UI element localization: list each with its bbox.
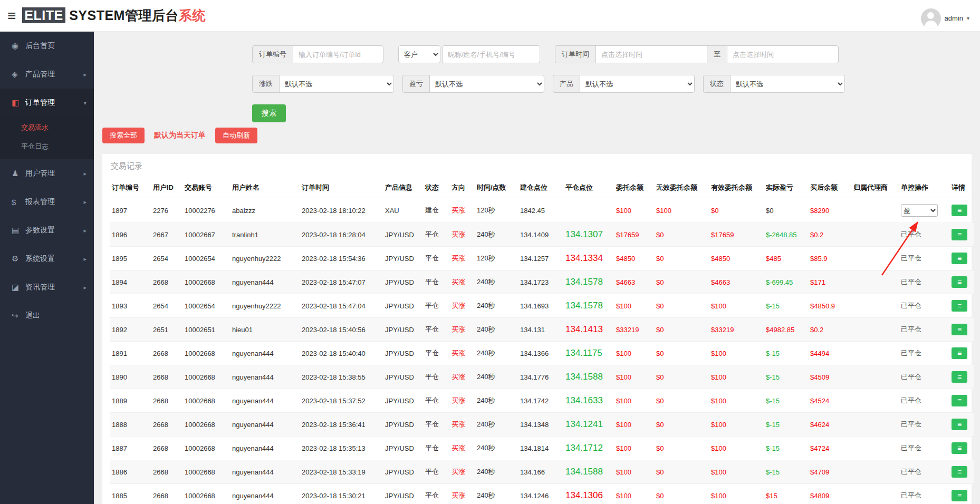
cell-time: 2023-02-18 15:30:21 — [300, 484, 383, 504]
cell-close_price: 134.1334 — [563, 247, 614, 270]
cell-profit: $-15 — [764, 389, 808, 413]
product-group: 产品 默认不选 — [553, 75, 695, 93]
cell-open_price: 134.166 — [518, 460, 563, 484]
cell-control: 已平仓 — [899, 484, 949, 504]
detail-button[interactable]: ≡ — [952, 253, 967, 264]
auto-refresh-button[interactable]: 自动刷新 — [215, 128, 257, 143]
cell-after_balance: $4809 — [808, 484, 851, 504]
profit-select[interactable]: 默认不选 — [429, 75, 544, 93]
time-to-input[interactable] — [727, 45, 839, 63]
cell-valid_entrust: $4663 — [709, 270, 764, 294]
product-select[interactable]: 默认不选 — [580, 75, 695, 93]
detail-button[interactable]: ≡ — [952, 205, 967, 216]
cell-time: 2023-02-18 15:40:40 — [300, 342, 383, 365]
cell-direction: 买涨 — [449, 365, 475, 389]
sidebar-item-orders[interactable]: ◧订单管理▾ — [0, 89, 94, 117]
table-row: 1892265110002651hieu012023-02-18 15:40:5… — [110, 318, 974, 342]
win-loss-select[interactable]: 盈 — [901, 204, 938, 217]
cell-control: 已平仓 — [899, 342, 949, 365]
cell-entrust: $4663 — [614, 270, 654, 294]
sidebar-item-news[interactable]: ◪资讯管理▸ — [0, 273, 94, 302]
cell-open_price: 134.1366 — [518, 342, 563, 365]
cell-order_no: 1892 — [110, 318, 151, 342]
sidebar-item-system[interactable]: ⚙系统设置▸ — [0, 245, 94, 273]
table-row: 1891266810002668nguyenan4442023-02-18 15… — [110, 342, 974, 365]
column-header: 无效委托余额 — [654, 178, 709, 198]
cell-entrust: $100 — [614, 365, 654, 389]
cell-order_no: 1891 — [110, 342, 151, 365]
detail-button[interactable]: ≡ — [952, 229, 967, 240]
cell-entrust: $17659 — [614, 223, 654, 247]
cell-agent — [851, 413, 899, 437]
sidebar-item-logout[interactable]: ↪退出 — [0, 302, 94, 330]
table-row: 1885266810002668nguyenan4442023-02-18 15… — [110, 484, 974, 504]
cell-order_no: 1888 — [110, 413, 151, 437]
customer-keyword-input[interactable] — [442, 45, 540, 63]
profit-label: 盈亏 — [402, 75, 430, 93]
sidebar-item-label: 系统设置 — [25, 254, 55, 264]
detail-button[interactable]: ≡ — [952, 490, 967, 501]
cell-order_no: 1889 — [110, 389, 151, 413]
cell-invalid_entrust: $0 — [654, 294, 709, 318]
customer-type-select[interactable]: 客户 — [398, 45, 440, 63]
cell-valid_entrust: $4850 — [709, 247, 764, 270]
cell-order_no: 1896 — [110, 223, 151, 247]
cell-account: 10002668 — [182, 460, 230, 484]
avatar[interactable] — [921, 8, 941, 28]
cell-after_balance: $4724 — [808, 437, 851, 460]
top-header: ≡ ELITE SYSTEM管理后台系统 admin ▾ — [0, 0, 980, 32]
detail-button[interactable]: ≡ — [952, 442, 967, 454]
closed-status-label: 已平仓 — [901, 468, 921, 476]
cell-user_id: 2654 — [151, 294, 182, 318]
sidebar-subitem-close-log[interactable]: 平仓日志 — [0, 137, 94, 156]
detail-button[interactable]: ≡ — [952, 347, 967, 359]
search-all-button[interactable]: 搜索全部 — [102, 128, 145, 143]
sidebar-item-reports[interactable]: $报表管理▸ — [0, 188, 94, 216]
cell-status: 平仓 — [423, 413, 449, 437]
cell-after_balance: $4524 — [808, 389, 851, 413]
params-icon: ▤ — [12, 226, 25, 235]
status-select[interactable]: 默认不选 — [730, 75, 845, 93]
detail-button[interactable]: ≡ — [952, 324, 967, 335]
cell-valid_entrust: $100 — [709, 484, 764, 504]
search-button[interactable]: 搜索 — [252, 104, 286, 122]
list-icon: ≡ — [957, 302, 962, 310]
detail-button[interactable]: ≡ — [952, 395, 967, 406]
cell-time: 2023-02-18 15:47:07 — [300, 270, 383, 294]
cell-order_no: 1895 — [110, 247, 151, 270]
time-from-input[interactable] — [595, 45, 707, 63]
cell-status: 平仓 — [423, 270, 449, 294]
cell-close_price: 134.1175 — [563, 342, 614, 365]
sidebar-subitem-trade-flow[interactable]: 交易流水 — [0, 118, 94, 137]
cell-detail: ≡ — [949, 318, 974, 342]
cell-valid_entrust: $100 — [709, 389, 764, 413]
updown-select[interactable]: 默认不选 — [279, 75, 394, 93]
detail-button[interactable]: ≡ — [952, 419, 967, 430]
cell-product: JPY/USD — [383, 460, 423, 484]
order-no-input[interactable] — [293, 45, 383, 63]
list-icon: ≡ — [957, 230, 962, 239]
username: admin — [945, 14, 963, 22]
cell-entrust: $100 — [614, 460, 654, 484]
sidebar-item-products[interactable]: ◈产品管理▸ — [0, 60, 94, 89]
sidebar-item-params[interactable]: ▤参数设置▸ — [0, 216, 94, 245]
column-header: 订单时间 — [300, 178, 383, 198]
cell-invalid_entrust: $0 — [654, 460, 709, 484]
detail-button[interactable]: ≡ — [952, 466, 967, 478]
cell-agent — [851, 389, 899, 413]
sidebar-item-users[interactable]: ♟用户管理▸ — [0, 159, 94, 188]
detail-button[interactable]: ≡ — [952, 300, 967, 312]
cell-open_price: 134.1246 — [518, 484, 563, 504]
detail-button[interactable]: ≡ — [952, 371, 967, 383]
cell-order_no: 1885 — [110, 484, 151, 504]
sidebar-item-home[interactable]: ◉后台首页 — [0, 32, 94, 60]
cell-invalid_entrust: $0 — [654, 365, 709, 389]
cell-status: 平仓 — [423, 342, 449, 365]
cell-name: hieu01 — [230, 318, 300, 342]
detail-button[interactable]: ≡ — [952, 276, 967, 288]
cell-profit: $485 — [764, 247, 808, 270]
table-row: 1894266810002668nguyenan4442023-02-18 15… — [110, 270, 974, 294]
news-icon: ◪ — [12, 283, 25, 292]
hamburger-menu-icon[interactable]: ≡ — [7, 8, 16, 23]
user-menu[interactable]: admin ▾ — [921, 8, 969, 28]
